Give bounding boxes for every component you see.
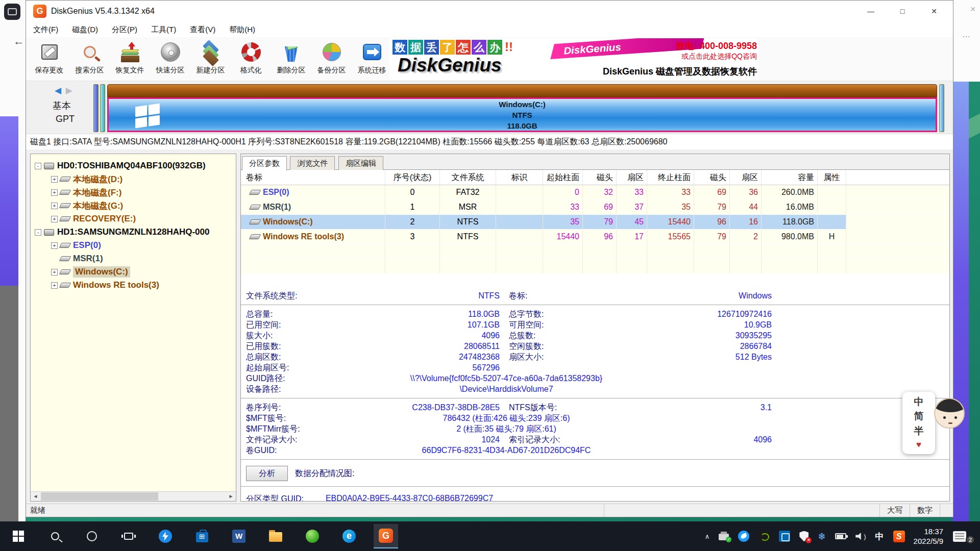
scroll-left-icon[interactable]: ◄ (31, 492, 40, 501)
ime-status-widget[interactable]: 中 简 半 ♥ (902, 392, 935, 454)
tree-item-local-f[interactable]: + 本地磁盘(F:) (31, 186, 236, 199)
background-close-icon[interactable]: ✕ (970, 5, 976, 13)
back-arrow-icon[interactable]: ← (13, 35, 24, 48)
tab-browse-files[interactable]: 浏览文件 (290, 156, 335, 170)
expand-icon[interactable]: + (51, 282, 58, 289)
taskbar-app-word[interactable]: W (227, 524, 251, 548)
expand-icon[interactable]: + (51, 203, 58, 209)
tray-ime-indicator[interactable]: 中 (875, 531, 884, 542)
menu-view[interactable]: 查看(V) (190, 25, 215, 35)
taskbar-app-explorer[interactable] (263, 524, 288, 548)
menu-file[interactable]: 文件(F) (33, 25, 58, 35)
start-button[interactable] (6, 524, 31, 548)
search-icon (51, 532, 59, 540)
system-migrate-button[interactable]: 系统迁移 (352, 39, 392, 79)
tree-horizontal-scrollbar[interactable]: ◄ ► (31, 491, 236, 501)
recover-files-icon (118, 40, 142, 64)
tree-item-esp[interactable]: + ESP(0) (31, 239, 236, 252)
heart-icon[interactable]: ♥ (916, 440, 921, 449)
next-disk-arrow-icon[interactable]: ▶ (66, 86, 72, 95)
tree-item-windows-re[interactable]: + Windows RE tools(3) (31, 279, 236, 292)
tree-item-local-g[interactable]: + 本地磁盘(G:) (31, 199, 236, 212)
partition-block-esp[interactable] (93, 84, 99, 132)
ad-banner[interactable]: 数 据 丢 了 怎 么 办 !! DiskGenius DiskGenius 致… (389, 38, 758, 80)
cortana-icon (87, 531, 97, 541)
recover-files-button[interactable]: 恢复文件 (110, 39, 150, 79)
expand-icon[interactable]: + (51, 269, 58, 276)
taskbar-app-store[interactable] (190, 524, 214, 548)
table-row-msr[interactable]: MSR(1) 1 MSR 33 69 37 35 79 44 16.0MB (241, 200, 949, 215)
tray-nvidia-icon[interactable] (758, 531, 770, 542)
menu-help[interactable]: 帮助(H) (229, 25, 255, 35)
tray-intel-graphics-icon[interactable] (779, 531, 790, 542)
clock-date: 2022/5/9 (914, 536, 943, 546)
tree-item-hd1[interactable]: - HD1:SAMSUNGMZNLN128HAHQ-000 (31, 226, 236, 239)
expand-icon[interactable]: + (51, 189, 58, 196)
quick-partition-button[interactable]: 快速分区 (150, 39, 190, 79)
taskbar-app-360browser[interactable] (300, 524, 325, 548)
tray-dingtalk-icon[interactable] (738, 531, 749, 542)
backup-partition-button[interactable]: 备份分区 (311, 39, 352, 79)
disk-capacity-bar[interactable] (107, 84, 937, 97)
close-button[interactable]: ✕ (918, 1, 950, 22)
tab-partition-params[interactable]: 分区参数 (242, 156, 287, 170)
store-icon (196, 532, 208, 542)
tray-printer-icon[interactable] (719, 532, 729, 540)
table-row-windows-c-selected[interactable]: Windows(C:) 2 NTFS 35 79 45 15440 96 16 … (241, 215, 949, 230)
notification-center-button[interactable]: 2 (953, 531, 970, 542)
taskbar-app-edge[interactable]: e (337, 524, 361, 548)
tab-sector-edit[interactable]: 扇区编辑 (338, 156, 383, 170)
partition-block-msr[interactable] (100, 84, 105, 132)
table-row-windows-re[interactable]: Windows RE tools(3) 3 NTFS 15440 96 17 1… (241, 230, 949, 244)
tray-battery-icon[interactable] (835, 533, 846, 539)
taskbar-search-button[interactable] (43, 524, 67, 548)
scrollbar-thumb[interactable] (41, 492, 158, 500)
partition-block-re-tools[interactable] (939, 84, 944, 132)
maximize-button[interactable]: □ (887, 1, 918, 22)
ime-mascot-avatar[interactable] (934, 398, 965, 429)
expand-icon[interactable]: + (51, 216, 58, 222)
delete-partition-button[interactable]: 删除分区 (271, 39, 311, 79)
partition-icon (59, 203, 71, 208)
minimize-button[interactable]: — (855, 1, 887, 22)
expand-icon[interactable]: + (51, 242, 58, 249)
collapse-icon[interactable]: - (35, 229, 41, 236)
format-button[interactable]: 格式化 (231, 39, 271, 79)
search-partition-button[interactable]: 搜索分区 (69, 39, 110, 79)
tree-item-hd0[interactable]: - HD0:TOSHIBAMQ04ABF100(932GB) (31, 159, 236, 172)
menu-disk[interactable]: 磁盘(D) (72, 25, 98, 35)
windows-flag-icon (135, 104, 160, 129)
prev-disk-arrow-icon[interactable]: ◀ (55, 86, 61, 95)
partition-icon (59, 190, 71, 195)
expand-icon[interactable]: + (51, 176, 58, 183)
collapse-icon[interactable]: - (35, 163, 41, 169)
tray-expand-chevron-icon[interactable]: ∧ (705, 533, 710, 540)
taskbar-app-diskgenius-active[interactable]: G (374, 524, 398, 548)
background-more-icon[interactable]: ⋯ (962, 32, 971, 41)
tree-item-local-d[interactable]: + 本地磁盘(D:) (31, 172, 236, 186)
tray-snowflake-icon[interactable]: ❄ (818, 531, 826, 542)
new-partition-button[interactable]: 新建分区 (190, 39, 231, 79)
tray-volume-icon[interactable]: ) (855, 533, 866, 540)
taskbar: W e G ∧ ✕ ❄ ) 中 S 18:37 2022/5/9 2 (0, 521, 980, 551)
cortana-button[interactable] (80, 524, 104, 548)
analyze-button[interactable]: 分析 (246, 466, 288, 481)
table-row-esp[interactable]: ESP(0) 0 FAT32 0 32 33 33 69 36 260.0MB (241, 185, 949, 200)
resize-grip[interactable] (940, 504, 953, 517)
taskbar-app-thunder[interactable] (153, 524, 178, 548)
tree-item-msr[interactable]: MSR(1) (31, 252, 236, 265)
tray-security-shield-icon[interactable]: ✕ (799, 531, 808, 542)
partition-block-windows-c[interactable]: Windows(C:) NTFS 118.0GB (107, 97, 937, 132)
menu-tools[interactable]: 工具(T) (151, 25, 176, 35)
ad-qq-link[interactable]: 或点击此处选择QQ咨询 (681, 52, 757, 61)
menu-partition[interactable]: 分区(P) (112, 25, 137, 35)
taskbar-clock[interactable]: 18:37 2022/5/9 (914, 527, 943, 546)
status-ready: 就绪 (26, 506, 604, 515)
tray-sogou-icon[interactable]: S (893, 531, 905, 542)
scroll-right-icon[interactable]: ► (226, 492, 236, 501)
tree-item-recovery-e[interactable]: + RECOVERY(E:) (31, 212, 236, 226)
partition-graph: Windows(C:) NTFS 118.0GB (93, 84, 945, 132)
tree-item-windows-c[interactable]: + Windows(C:) (31, 265, 236, 279)
task-view-button[interactable] (116, 524, 141, 548)
save-changes-button[interactable]: 保存更改 (29, 39, 69, 79)
